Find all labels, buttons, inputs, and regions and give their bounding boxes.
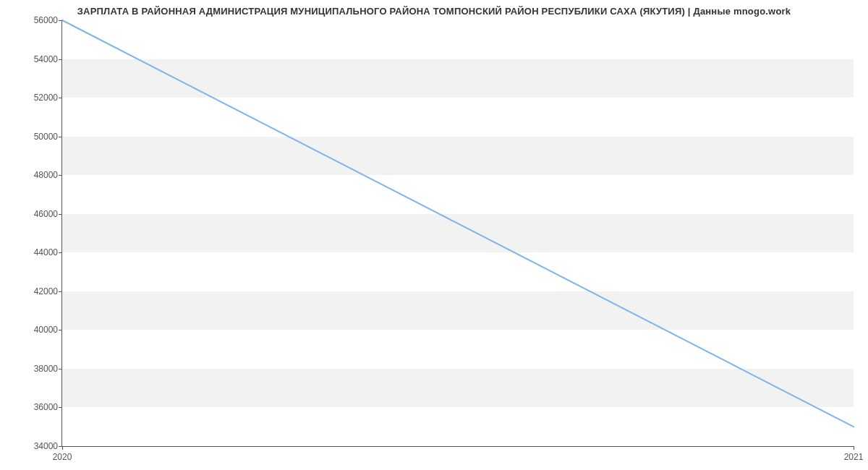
y-tick-mark (59, 175, 62, 176)
y-tick-mark (59, 137, 62, 137)
x-tick-label: 2021 (844, 452, 864, 462)
y-tick-mark (59, 407, 62, 408)
y-tick-label: 48000 (7, 170, 58, 180)
x-tick-mark (854, 446, 854, 450)
y-tick-label: 50000 (7, 132, 58, 142)
y-tick-mark (59, 214, 62, 215)
salary-line-chart: ЗАРПЛАТА В РАЙОННАЯ АДМИНИСТРАЦИЯ МУНИЦИ… (0, 0, 868, 470)
y-tick-mark (59, 369, 62, 369)
y-tick-label: 34000 (7, 441, 58, 451)
y-tick-mark (59, 252, 62, 253)
y-tick-label: 46000 (7, 209, 58, 219)
chart-title: ЗАРПЛАТА В РАЙОННАЯ АДМИНИСТРАЦИЯ МУНИЦИ… (0, 6, 868, 17)
y-tick-label: 42000 (7, 286, 58, 296)
y-tick-label: 40000 (7, 325, 58, 335)
y-tick-mark (59, 59, 62, 60)
y-tick-label: 36000 (7, 402, 58, 412)
x-tick-mark (62, 446, 63, 450)
y-tick-mark (59, 98, 62, 98)
line-layer (62, 20, 854, 446)
y-tick-mark (59, 330, 62, 330)
y-tick-mark (59, 20, 62, 21)
series-line (62, 20, 854, 427)
y-tick-label: 52000 (7, 93, 58, 103)
y-tick-mark (59, 291, 62, 292)
y-tick-label: 38000 (7, 364, 58, 374)
plot-area: 20202021 (61, 20, 854, 447)
y-tick-label: 44000 (7, 247, 58, 257)
y-tick-label: 54000 (7, 54, 58, 64)
y-tick-label: 56000 (7, 15, 58, 25)
x-tick-label: 2020 (53, 452, 72, 462)
